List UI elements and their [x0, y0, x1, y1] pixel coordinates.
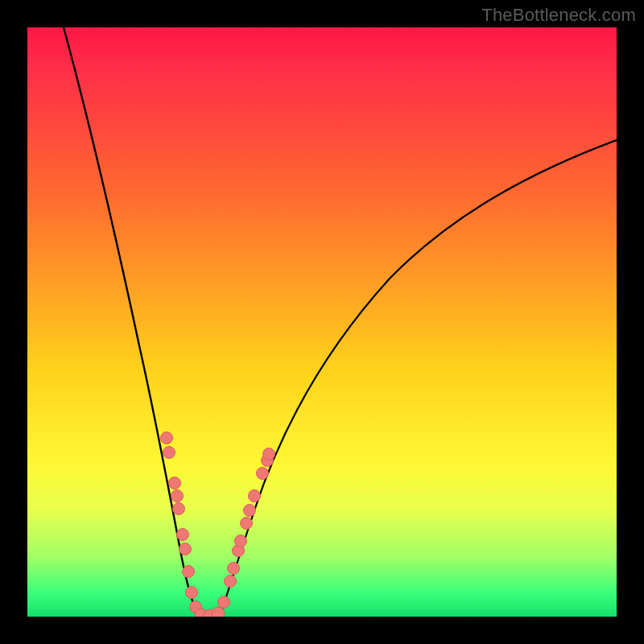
data-marker	[161, 432, 173, 444]
plot-area	[27, 27, 617, 617]
data-marker	[218, 597, 230, 609]
marker-group	[161, 432, 275, 617]
data-marker	[235, 535, 247, 547]
data-marker	[180, 543, 192, 555]
watermark-text: TheBottleneck.com	[481, 5, 636, 26]
curve-layer	[27, 27, 617, 617]
data-marker	[163, 447, 175, 459]
data-marker	[249, 490, 261, 502]
data-marker	[171, 490, 184, 502]
data-marker	[225, 576, 237, 588]
data-marker	[183, 566, 195, 578]
data-marker	[241, 518, 253, 530]
chart-frame: TheBottleneck.com	[0, 0, 644, 644]
data-marker	[173, 503, 185, 515]
data-marker	[228, 563, 240, 575]
curve-right-branch	[220, 140, 617, 617]
data-marker	[177, 529, 189, 541]
data-marker	[263, 448, 275, 460]
data-marker	[186, 587, 198, 599]
data-marker	[257, 468, 269, 480]
data-marker	[244, 505, 256, 517]
data-marker	[169, 477, 181, 489]
curve-left-branch	[64, 27, 200, 617]
